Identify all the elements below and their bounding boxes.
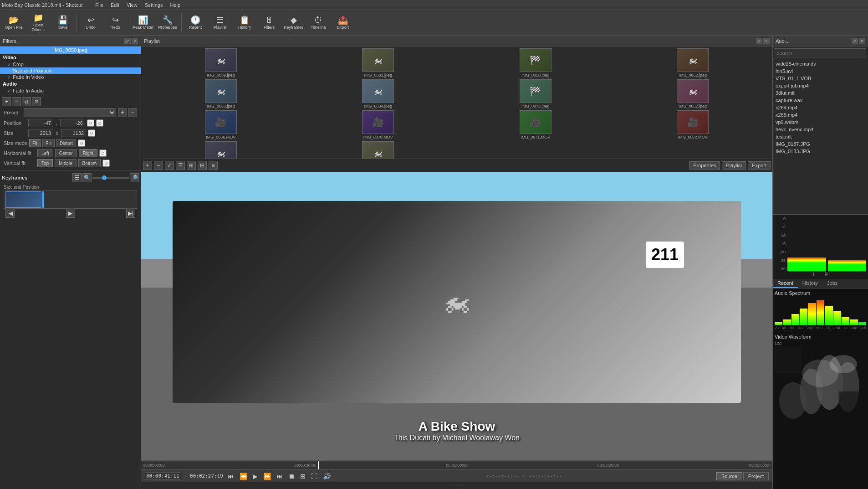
recent-item-10[interactable]: test.mlt — [773, 133, 868, 140]
playlist-item-13[interactable]: 🏍 IMG_0076.jpeg — [301, 141, 456, 159]
v-fit-top[interactable]: Top — [37, 159, 53, 167]
playlist-item-6[interactable]: 🏁 IMG_0075.jpeg — [458, 79, 613, 108]
preset-add-btn[interactable]: + — [118, 108, 127, 117]
playlist-item-5[interactable]: 🏍 IMG_0064.jpeg — [301, 79, 456, 108]
keyframe-prev-btn[interactable]: |◀ — [5, 209, 15, 218]
ctrl-next-frame[interactable]: ⏩ — [262, 473, 272, 480]
filter-fade-audio[interactable]: ✓ Fade In Audio — [0, 88, 141, 94]
recent-item-4[interactable]: 3dlut.mlt — [773, 89, 868, 97]
ctrl-to-start[interactable]: ⏮ — [227, 473, 235, 480]
preview-timeline[interactable]: 00:00:00:00 00:00:30:00 00:01:00:00 00:0… — [141, 460, 772, 469]
playlist-close-btn[interactable]: × — [763, 38, 770, 44]
peak-meter-button[interactable]: 📊 Peak Meter — [131, 11, 155, 34]
save-button[interactable]: 💾 Save — [51, 11, 75, 34]
keyframe-zoom-in-btn[interactable]: 🔎 — [130, 173, 139, 182]
size-mode-fill[interactable]: Fill — [42, 139, 55, 147]
source-btn[interactable]: Source — [716, 472, 742, 480]
pl-properties-btn[interactable]: Properties — [689, 161, 720, 170]
position-x-input[interactable] — [28, 119, 53, 127]
pl-detail-btn[interactable]: ⊟ — [198, 161, 207, 170]
recent-item-8[interactable]: vp9.webm — [773, 118, 868, 126]
playlist-item-3[interactable]: 🏍 IMG_0062.jpeg — [615, 48, 771, 77]
preview-time-current[interactable] — [145, 472, 181, 480]
right-panel-close-btn[interactable]: × — [859, 38, 865, 44]
history-button[interactable]: 📋 History — [233, 11, 256, 34]
open-other-button[interactable]: 📁 Open Other... — [26, 11, 50, 34]
tab-history[interactable]: History — [798, 279, 822, 288]
ctrl-grid[interactable]: ⊞ — [299, 473, 306, 480]
playlist-item-0[interactable]: 🏍 IMG_0059.jpeg — [143, 48, 299, 77]
recent-item-7[interactable]: x265.mp4 — [773, 111, 868, 118]
keyframe-next-btn[interactable]: ▶| — [126, 209, 135, 218]
right-panel-fullscreen-btn[interactable]: ⤢ — [852, 38, 858, 44]
menu-settings[interactable]: Settings — [141, 1, 167, 9]
playlist-item-12[interactable]: 🏍 IMG_0073.jpeg — [143, 141, 299, 159]
pl-export-btn[interactable]: Export — [748, 161, 771, 170]
recent-search-input[interactable] — [775, 48, 866, 57]
export-button[interactable]: 📤 Export — [331, 11, 355, 34]
ctrl-prev-frame[interactable]: ⏪ — [239, 473, 248, 480]
keyframe-track-bar[interactable] — [4, 190, 137, 209]
size-h-input[interactable] — [61, 129, 86, 137]
keyframes-button[interactable]: ◆ Keyframes — [282, 11, 306, 34]
filter-remove-btn[interactable]: − — [12, 97, 21, 106]
ctrl-play-pause[interactable]: ▶ — [252, 473, 259, 480]
filters-close-btn[interactable]: × — [132, 38, 138, 44]
playlist-fullscreen-btn[interactable]: ⤢ — [756, 38, 762, 44]
keyframe-play-btn[interactable]: ▶ — [66, 209, 75, 218]
size-mode-distort[interactable]: Distort — [56, 139, 76, 147]
playlist-button[interactable]: ☰ Playlist — [208, 11, 232, 34]
recent-item-2[interactable]: VTS_01_1.VOB — [773, 75, 868, 82]
playlist-item-10[interactable]: 🎥 IMG_0071.MOV — [458, 110, 613, 139]
timeline-button[interactable]: ⏱ Timeline — [306, 11, 330, 34]
size-mode-fit[interactable]: Fit — [29, 139, 41, 147]
recent-item-9[interactable]: hevc_nvenc.mp4 — [773, 126, 868, 133]
filter-menu-btn[interactable]: ≡ — [32, 97, 41, 106]
filter-add-btn[interactable]: + — [2, 97, 11, 106]
playlist-item-9[interactable]: 🎥 IMG_0070.MOV — [301, 110, 456, 139]
h-fit-right[interactable]: Right — [79, 149, 97, 157]
filters-button[interactable]: 🎚 Filters — [257, 11, 281, 34]
tab-recent[interactable]: Recent — [773, 279, 798, 288]
tab-jobs[interactable]: Jobs — [822, 279, 842, 288]
position-reset-btn[interactable]: ↺ — [87, 119, 94, 127]
position-extra-btn[interactable]: ⊙ — [96, 119, 103, 127]
recent-item-0[interactable]: wide25-cinema.dv — [773, 60, 868, 67]
project-btn[interactable]: Project — [743, 472, 769, 480]
h-fit-reset-btn[interactable]: ↺ — [99, 149, 107, 157]
menu-help[interactable]: Help — [166, 1, 184, 9]
playlist-item-11[interactable]: 🎥 IMG_0072.MOV — [615, 110, 771, 139]
playlist-item-2[interactable]: 🏁 IMG_0058.jpeg — [458, 48, 613, 77]
pl-check-btn[interactable]: ✓ — [165, 161, 174, 170]
recent-item-11[interactable]: IMG_0187.JPG — [773, 140, 868, 148]
size-w-input[interactable] — [28, 129, 53, 137]
recent-button[interactable]: 🕐 Recent — [184, 11, 207, 34]
filters-fullscreen-btn[interactable]: ⤢ — [124, 38, 131, 44]
recent-item-3[interactable]: export job.mp4 — [773, 82, 868, 89]
v-fit-bottom[interactable]: Bottom — [78, 159, 101, 167]
keyframe-zoom-out-btn[interactable]: 🔍 — [82, 173, 92, 182]
pl-playlist-btn[interactable]: Playlist — [722, 161, 746, 170]
size-reset-btn[interactable]: ↺ — [88, 129, 95, 137]
filter-crop[interactable]: ✓ Crop — [0, 61, 141, 67]
recent-item-6[interactable]: x264.mp4 — [773, 104, 868, 111]
playlist-item-4[interactable]: 🏍 IMG_0063.jpeg — [143, 79, 299, 108]
menu-edit[interactable]: Edit — [107, 1, 123, 9]
v-fit-middle[interactable]: Middle — [55, 159, 76, 167]
open-file-button[interactable]: 📂 Open File — [2, 11, 26, 34]
h-fit-center[interactable]: Center — [55, 149, 77, 157]
redo-button[interactable]: ↪ Redo — [103, 11, 127, 34]
playlist-item-1[interactable]: 🏍 IMG_0061.jpeg — [301, 48, 456, 77]
menu-view[interactable]: View — [123, 1, 141, 9]
pl-menu-btn[interactable]: ≡ — [209, 161, 218, 170]
menu-file[interactable]: File — [92, 1, 107, 9]
position-y-input[interactable] — [60, 119, 85, 127]
recent-item-12[interactable]: IMG_0183.JPG — [773, 148, 868, 155]
v-fit-reset-btn[interactable]: ↺ — [102, 160, 110, 167]
recent-item-5[interactable]: capture.wav — [773, 97, 868, 104]
pl-grid-btn[interactable]: ⊞ — [187, 161, 196, 170]
keyframe-list-btn[interactable]: ☰ — [72, 173, 82, 182]
recent-item-1[interactable]: hin5.avi — [773, 67, 868, 75]
filter-size-position[interactable]: ✓ Size and Position — [0, 67, 141, 74]
preset-del-btn[interactable]: − — [128, 108, 137, 117]
